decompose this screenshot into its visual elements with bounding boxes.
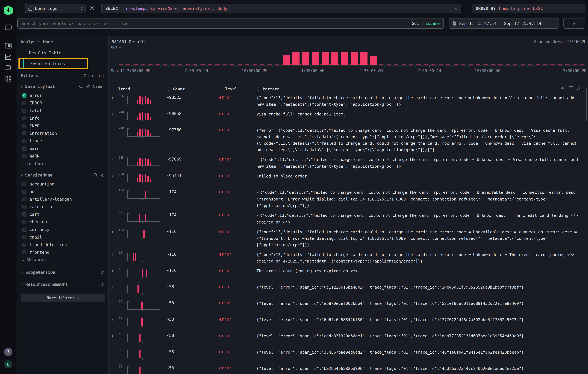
dashboards-icon[interactable] [5, 76, 11, 82]
source-select[interactable]: Demo Logs ▲▼ [25, 4, 85, 13]
pattern-cell[interactable]: {"level":"error","span_id":"6b64c6c58842… [256, 316, 585, 323]
chart-bar[interactable] [322, 52, 329, 65]
mode-results-table[interactable]: Results Table [22, 49, 105, 57]
table-row[interactable]: ›180~174error×{"code":13,"details":"fail… [111, 188, 585, 211]
row-expand-chevron[interactable]: › [111, 212, 118, 218]
search-icon[interactable] [94, 173, 98, 177]
table-row[interactable]: ›22K~95441errorFailed to place order [111, 171, 585, 188]
row-expand-chevron[interactable]: › [111, 316, 118, 322]
wrap-lines-icon[interactable] [569, 86, 573, 90]
scrollbar[interactable] [586, 88, 588, 373]
pattern-cell[interactable]: Failed to place order [256, 173, 585, 179]
row-expand-chevron[interactable]: › [111, 95, 118, 100]
chart-explorer-icon[interactable] [5, 54, 11, 60]
table-row[interactable]: ›60~58error{"level":"error","span_id":"6… [111, 315, 585, 331]
results-histogram[interactable]: 80K 0 Sep 11 3:30:00 PM7:30:00 PM10:30:0… [109, 45, 588, 73]
sql-toggle[interactable]: SQL [412, 21, 419, 26]
checkbox[interactable] [22, 228, 26, 232]
mode-event-patterns[interactable]: Event Patterns [23, 59, 87, 68]
row-expand-chevron[interactable]: › [111, 127, 118, 132]
select-query-input[interactable]: SELECT Timestamp, ServiceName, SeverityT… [101, 4, 461, 13]
service-option[interactable]: cainjector [21, 203, 105, 211]
chart-bar[interactable] [351, 52, 358, 65]
checkbox[interactable] [22, 235, 26, 239]
service-option[interactable]: accounting [21, 180, 105, 188]
more-filters-button[interactable]: More filters⌄ [21, 294, 105, 302]
checkbox[interactable] [22, 197, 26, 201]
pattern-cell[interactable]: {"code":13,"details":"failed to charge c… [256, 229, 585, 248]
app-logo-icon[interactable] [4, 5, 13, 16]
severity-load-more[interactable]: › Load more [21, 160, 105, 167]
col-level[interactable]: ⋮level [219, 87, 256, 91]
date-range-picker[interactable]: Sep 11 15:47:14 - Sep 12 15:47:14 [449, 18, 558, 29]
sessions-icon[interactable] [5, 65, 11, 71]
search-logs-icon[interactable] [5, 43, 11, 49]
checkbox[interactable] [22, 116, 26, 120]
pattern-cell[interactable]: {"code":13,"details":"failed to charge c… [256, 252, 585, 264]
chart-bar[interactable] [312, 52, 319, 65]
checkbox[interactable] [22, 182, 26, 186]
table-row[interactable]: ›120~116error{"code":13,"details":"faile… [111, 227, 585, 250]
row-expand-chevron[interactable]: › [111, 111, 118, 116]
table-row[interactable]: ›22K~98523error{"code":13,"details":"fai… [111, 93, 585, 109]
severity-option[interactable]: trace [21, 137, 105, 145]
severity-option[interactable]: info [21, 114, 105, 122]
checkbox[interactable] [22, 93, 26, 98]
row-expand-chevron[interactable]: › [111, 284, 118, 289]
checkbox[interactable] [22, 131, 26, 135]
pattern-cell[interactable]: {"level":"error","span_id":"cddc331329e6… [256, 333, 585, 339]
pattern-cell[interactable]: {"level":"error","span_id":"0c11220615ba… [256, 284, 585, 291]
close-icon[interactable]: ✕ [455, 6, 457, 11]
service-option[interactable]: currency [21, 226, 105, 233]
checkbox[interactable] [22, 205, 26, 209]
checkbox[interactable] [22, 101, 26, 105]
search-icon[interactable] [79, 84, 83, 89]
chart-bar[interactable] [292, 52, 300, 65]
service-option[interactable]: checkout [21, 218, 105, 226]
help-button[interactable]: ? [4, 348, 12, 356]
severity-group-header[interactable]: ∨ SeverityText Clear [21, 84, 105, 89]
severity-option[interactable]: ERROR [21, 99, 105, 107]
chart-bar[interactable] [370, 56, 377, 65]
lucene-toggle[interactable]: Lucene [426, 21, 440, 26]
row-expand-chevron[interactable]: › [111, 156, 118, 162]
checkbox[interactable] [22, 124, 26, 128]
download-icon[interactable] [577, 86, 581, 90]
service-show-more[interactable]: › Show more [21, 256, 105, 263]
chart-bar[interactable] [302, 52, 309, 65]
table-row[interactable]: ›24K~98058errorVisa cache full: cannot a… [111, 109, 585, 126]
col-pattern[interactable]: ⋮Pattern [256, 87, 585, 91]
run-query-button[interactable]: ▷ [563, 18, 585, 29]
table-row[interactable]: ›22K~97360error{"error":{"code":13,"deta… [111, 126, 585, 155]
service-option[interactable]: email [21, 233, 105, 241]
service-group-header[interactable]: ∨ ServiceName [21, 173, 105, 178]
checkbox[interactable] [22, 250, 26, 254]
checkbox[interactable] [22, 190, 26, 194]
severity-option[interactable]: Information [21, 130, 105, 137]
clear-all-button[interactable]: Clear all [84, 73, 105, 78]
table-row[interactable]: ›60~58error{"level":"error","span_id":"0… [111, 282, 585, 299]
row-expand-chevron[interactable]: › [111, 189, 118, 195]
scrollbar-thumb[interactable] [586, 88, 588, 121]
pattern-cell[interactable]: {"level":"error","span_id":"b92b54b6882b… [256, 365, 585, 372]
chart-bar[interactable] [331, 52, 338, 65]
table-row[interactable]: ›60~58error{"level":"error","span_id":"c… [111, 331, 585, 347]
severity-option[interactable]: INFO [21, 122, 105, 130]
pin-icon[interactable] [86, 84, 90, 89]
col-count[interactable]: ⋮Count [167, 87, 219, 91]
table-row[interactable]: ›60~58error{"level":"error","span_id":"b… [111, 364, 585, 374]
language-toggle[interactable]: SQL | Lucene [412, 21, 440, 26]
pattern-cell[interactable]: {"code":13,"details":"failed to charge c… [256, 95, 585, 108]
checkbox[interactable] [22, 109, 26, 113]
pin-icon[interactable] [100, 270, 105, 274]
checkbox[interactable] [22, 154, 26, 158]
checkbox[interactable] [22, 220, 26, 224]
service-option[interactable]: ad [21, 188, 105, 195]
table-row[interactable]: ›60~116error{"code":13,"details":"failed… [111, 250, 585, 266]
severity-option[interactable]: warn [21, 145, 105, 152]
pattern-cell[interactable]: {"level":"error","span_id":"334357bae9ed… [256, 349, 585, 355]
severity-clear-button[interactable]: Clear [93, 84, 105, 89]
pattern-cell[interactable]: ×{"code":13,"details":"failed to charge … [256, 189, 585, 209]
severity-option[interactable]: error [21, 92, 105, 99]
service-option[interactable]: cart [21, 211, 105, 218]
